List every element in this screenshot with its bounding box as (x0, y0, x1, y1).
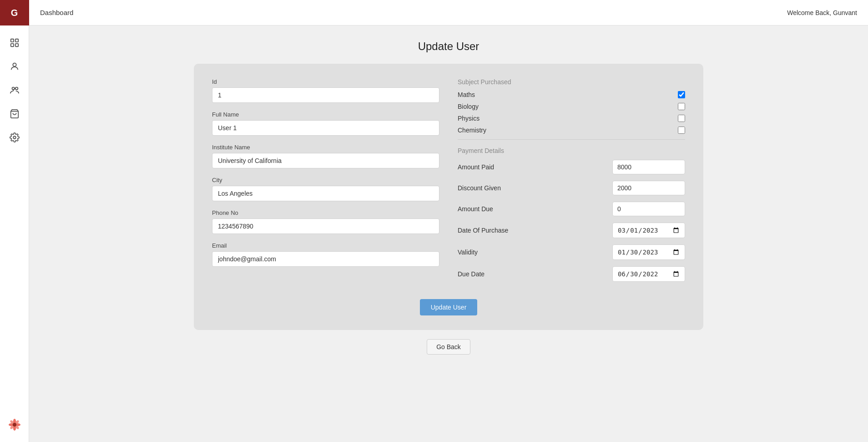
subject-row-biology: Biology (458, 103, 685, 110)
subject-row-maths: Maths (458, 91, 685, 98)
fullname-group: Full Name (212, 111, 439, 136)
form-grid: Id Full Name Institute Name City (212, 78, 685, 288)
due-date-row: Due Date (458, 266, 685, 282)
subject-physics-label: Physics (458, 115, 479, 122)
amount-due-label: Amount Due (458, 205, 493, 213)
institute-label: Institute Name (212, 144, 439, 151)
subject-maths-checkbox[interactable] (678, 91, 685, 98)
svg-rect-1 (15, 39, 18, 42)
id-label: Id (212, 78, 439, 85)
subject-physics-checkbox[interactable] (678, 115, 685, 122)
amount-paid-input[interactable] (612, 160, 685, 174)
go-back-button[interactable]: Go Back (427, 339, 470, 355)
flower-icon (5, 415, 25, 435)
discount-input[interactable] (612, 181, 685, 195)
due-date-label: Due Date (458, 270, 484, 278)
fullname-input[interactable] (212, 120, 439, 136)
app-logo[interactable]: G (0, 0, 29, 25)
update-user-button[interactable]: Update User (420, 299, 478, 315)
discount-row: Discount Given (458, 181, 685, 195)
purchase-date-label: Date Of Purchase (458, 227, 508, 234)
city-group: City (212, 177, 439, 201)
svg-point-18 (13, 423, 16, 427)
due-date-input[interactable] (612, 266, 685, 282)
sidebar-item-settings[interactable] (5, 127, 25, 147)
right-column: Subject Purchased Maths Biology Physics (458, 78, 685, 288)
city-label: City (212, 177, 439, 183)
validity-label: Validity (458, 249, 478, 256)
form-card: Id Full Name Institute Name City (194, 64, 703, 330)
svg-point-8 (13, 136, 16, 139)
subject-chemistry-label: Chemistry (458, 127, 486, 134)
email-label: Email (212, 242, 439, 249)
institute-group: Institute Name (212, 144, 439, 168)
subject-maths-label: Maths (458, 91, 475, 98)
city-input[interactable] (212, 186, 439, 201)
subject-row-physics: Physics (458, 115, 685, 122)
main-content: Dashboard Welcome Back, Gunvant Update U… (29, 0, 868, 442)
update-btn-row: Update User (212, 299, 685, 315)
fullname-label: Full Name (212, 111, 439, 118)
subject-biology-checkbox[interactable] (678, 103, 685, 110)
validity-input[interactable] (612, 244, 685, 260)
amount-due-input[interactable] (612, 202, 685, 216)
subject-biology-label: Biology (458, 103, 479, 110)
sidebar-item-orders[interactable] (5, 104, 25, 124)
validity-row: Validity (458, 244, 685, 260)
purchase-date-row: Date Of Purchase (458, 223, 685, 238)
divider (458, 139, 685, 140)
id-input[interactable] (212, 87, 439, 103)
topbar: Dashboard Welcome Back, Gunvant (29, 0, 868, 25)
purchase-date-input[interactable] (612, 223, 685, 238)
email-group: Email (212, 242, 439, 267)
svg-point-4 (13, 63, 16, 66)
phone-input[interactable] (212, 218, 439, 234)
subjects-section-label: Subject Purchased (458, 78, 685, 86)
topbar-dashboard-label: Dashboard (40, 9, 73, 16)
subject-chemistry-checkbox[interactable] (678, 127, 685, 134)
sidebar-item-groups[interactable] (5, 80, 25, 100)
svg-rect-2 (10, 44, 13, 46)
svg-rect-0 (10, 39, 13, 42)
sidebar-item-users[interactable] (5, 56, 25, 76)
discount-label: Discount Given (458, 184, 501, 192)
page-content: Update User Id Full Name Institute Name (29, 25, 868, 442)
topbar-welcome: Welcome Back, Gunvant (787, 9, 857, 16)
amount-paid-label: Amount Paid (458, 163, 494, 171)
institute-input[interactable] (212, 153, 439, 168)
phone-group: Phone No (212, 209, 439, 234)
phone-label: Phone No (212, 209, 439, 216)
go-back-row: Go Back (51, 339, 846, 355)
amount-due-row: Amount Due (458, 202, 685, 216)
subject-row-chemistry: Chemistry (458, 127, 685, 134)
svg-rect-3 (15, 44, 18, 46)
svg-point-6 (15, 87, 18, 90)
email-input[interactable] (212, 251, 439, 267)
id-group: Id (212, 78, 439, 103)
sidebar: G (0, 0, 29, 442)
amount-paid-row: Amount Paid (458, 160, 685, 174)
payment-section-label: Payment Details (458, 147, 685, 154)
page-title: Update User (51, 40, 846, 53)
left-column: Id Full Name Institute Name City (212, 78, 439, 288)
sidebar-item-dashboard[interactable] (5, 33, 25, 53)
